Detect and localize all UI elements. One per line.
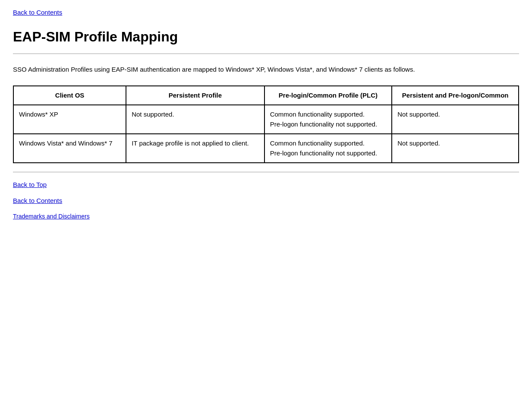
- top-divider: [13, 54, 519, 54]
- intro-paragraph: SSO Administration Profiles using EAP-SI…: [13, 65, 519, 75]
- cell-persistent-prelogon: Not supported.: [392, 105, 519, 134]
- col-header-persistent-profile: Persistent Profile: [126, 86, 264, 105]
- profile-mapping-table: Client OS Persistent Profile Pre-login/C…: [13, 85, 519, 164]
- trademarks-link[interactable]: Trademarks and Disclaimers: [13, 213, 519, 220]
- cell-client-os: Windows* XP: [13, 105, 126, 134]
- table-header-row: Client OS Persistent Profile Pre-login/C…: [13, 86, 519, 105]
- cell-persistent-prelogon: Not supported.: [392, 134, 519, 163]
- cell-client-os: Windows Vista* and Windows* 7: [13, 134, 126, 163]
- bottom-divider: [13, 172, 519, 172]
- back-to-contents-top-link[interactable]: Back to Contents: [13, 9, 519, 16]
- back-to-contents-bottom-link[interactable]: Back to Contents: [13, 197, 519, 204]
- cell-persistent-profile: IT package profile is not applied to cli…: [126, 134, 264, 163]
- col-header-persistent-prelogon: Persistent and Pre-logon/Common: [392, 86, 519, 105]
- back-to-top-link[interactable]: Back to Top: [13, 181, 519, 188]
- col-header-client-os: Client OS: [13, 86, 126, 105]
- table-row: Windows* XPNot supported.Common function…: [13, 105, 519, 134]
- table-row: Windows Vista* and Windows* 7IT package …: [13, 134, 519, 163]
- col-header-plc: Pre-login/Common Profile (PLC): [264, 86, 392, 105]
- page-title: EAP-SIM Profile Mapping: [13, 29, 519, 45]
- cell-plc: Common functionality supported.Pre-logon…: [264, 105, 392, 134]
- cell-plc: Common functionality supported.Pre-logon…: [264, 134, 392, 163]
- cell-persistent-profile: Not supported.: [126, 105, 264, 134]
